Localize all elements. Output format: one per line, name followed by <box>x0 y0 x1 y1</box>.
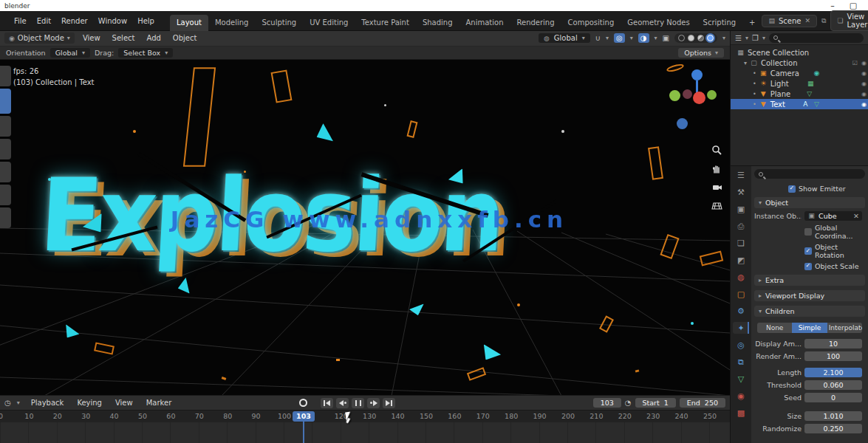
workspace-tab[interactable]: Texture Paint <box>355 15 416 31</box>
tab-physics[interactable]: ◎ <box>733 339 749 351</box>
workspace-tab[interactable]: Scripting <box>697 15 742 31</box>
current-frame-field[interactable]: 103 <box>593 398 621 408</box>
mode-dropdown[interactable]: ◉Object Mode▾ <box>4 32 75 44</box>
tool-orientation-dropdown[interactable]: Global▾ <box>50 48 90 58</box>
outliner-row-text-selected[interactable]: • ▼ Text A ▽ ◉ <box>731 99 868 109</box>
render-visibility-icon[interactable]: ◉ <box>861 80 867 87</box>
tool-button[interactable] <box>0 139 11 159</box>
scene-selector[interactable]: ▤Scene✕ <box>762 15 817 27</box>
perspective-toggle-icon[interactable] <box>711 200 722 211</box>
next-keyframe-button[interactable] <box>367 398 380 408</box>
gizmos-toggle-icon[interactable]: ◎ <box>614 33 625 43</box>
extra-panel-header[interactable]: ▸Extra <box>754 275 865 286</box>
navigation-gizmo[interactable] <box>665 63 724 141</box>
select-box-tool-button[interactable] <box>0 89 11 114</box>
children-simple-button[interactable]: Simple <box>792 323 827 333</box>
chevron-down-icon[interactable]: ▾ <box>630 35 633 41</box>
threshold-field[interactable]: 0.060 <box>804 380 862 390</box>
frame-start-field[interactable]: Start1 <box>635 398 676 408</box>
overlays-toggle-icon[interactable]: ◑ <box>638 33 649 43</box>
outliner-row-light[interactable]: • ☀ Light ▦ ◉ <box>731 78 868 89</box>
workspace-tab[interactable]: Sculpting <box>255 15 303 31</box>
randomize-field[interactable]: 0.250 <box>804 424 862 433</box>
chevron-down-icon[interactable]: ▾ <box>655 35 657 41</box>
tab-object[interactable]: ▢ <box>733 288 749 300</box>
axis-y-neg-handle[interactable] <box>707 90 717 100</box>
orientation-dropdown[interactable]: ◍Global▾ <box>539 33 590 43</box>
workspace-tab[interactable]: Rendering <box>510 15 561 31</box>
axis-x-handle[interactable] <box>693 92 705 104</box>
properties-editor-icon[interactable]: ☰ <box>733 169 749 181</box>
material-shading-icon[interactable] <box>697 35 704 41</box>
xray-toggle-icon[interactable]: ▣ <box>663 34 669 42</box>
tab-object-data[interactable]: ▽ <box>733 373 749 385</box>
solid-shading-icon[interactable] <box>688 35 694 41</box>
length-field[interactable]: 2.100 <box>804 368 862 377</box>
display-mode-icon[interactable]: ❒ <box>752 34 759 42</box>
options-button[interactable]: Options▾ <box>678 48 724 58</box>
size-field[interactable]: 1.010 <box>804 411 862 421</box>
properties-search-input[interactable] <box>754 169 865 179</box>
viewport-menu-item[interactable]: View <box>78 32 106 44</box>
minimize-button[interactable]: – <box>822 1 843 10</box>
chevron-down-icon[interactable]: ▾ <box>17 399 20 406</box>
outliner-row-plane[interactable]: • ▼ Plane ▽ ◉ <box>731 89 868 99</box>
chevron-down-icon[interactable]: ▾ <box>722 35 725 41</box>
object-rotation-checkbox[interactable] <box>804 247 812 255</box>
wireframe-shading-icon[interactable] <box>678 35 685 41</box>
axis-x-neg-handle[interactable] <box>683 89 692 99</box>
snap-magnet-icon[interactable]: ∪ <box>595 34 601 42</box>
outliner-editor-icon[interactable]: ☰ <box>735 34 742 42</box>
timeline-channels[interactable] <box>0 422 730 443</box>
new-scene-icon[interactable]: ⧉ <box>821 17 826 25</box>
workspace-tab[interactable]: Layout <box>170 15 208 31</box>
outliner-row-scene-collection[interactable]: ▦ Scene Collection <box>731 47 868 58</box>
workspace-tab[interactable]: Modeling <box>208 15 256 31</box>
workspace-tab[interactable]: UV Editing <box>303 15 355 31</box>
children-none-button[interactable]: None <box>757 323 792 333</box>
timeline-menu-item[interactable]: Keying <box>72 396 107 409</box>
timeline-menu-item[interactable]: Playback <box>26 396 69 409</box>
camera-view-icon[interactable] <box>711 182 722 193</box>
collection-checkbox-icon[interactable]: ☑ <box>852 60 858 66</box>
jump-to-start-button[interactable] <box>321 398 333 408</box>
menu-item[interactable]: Help <box>132 15 160 27</box>
tab-texture[interactable]: ▩ <box>733 407 749 419</box>
timeline-menu-item[interactable]: Marker <box>141 396 177 409</box>
tab-render[interactable]: ▣ <box>733 203 749 215</box>
jump-to-end-button[interactable] <box>383 398 395 408</box>
workspace-tab[interactable]: + <box>742 15 762 31</box>
chevron-down-icon[interactable]: ▾ <box>745 35 748 41</box>
close-icon[interactable]: ✕ <box>804 17 810 24</box>
outliner-row-camera[interactable]: • ▣ Camera ◉ ◉ <box>731 68 868 78</box>
children-panel-header[interactable]: ▾Children <box>754 306 865 317</box>
tool-button[interactable] <box>0 207 11 228</box>
tool-button[interactable] <box>0 162 11 182</box>
drag-mode-dropdown[interactable]: Select Box▾ <box>118 48 173 58</box>
timeline-menu-item[interactable]: View <box>110 396 138 409</box>
outliner-search-input[interactable] <box>769 33 864 43</box>
viewport-menu-item[interactable]: Select <box>107 32 140 44</box>
tab-particles-active[interactable]: ✦ <box>733 322 749 334</box>
instance-object-field[interactable]: ▣Cube✕ <box>804 211 862 221</box>
disclosure-triangle-icon[interactable]: ▾ <box>744 60 747 66</box>
view-layer-selector[interactable]: ❏View Layer✕ <box>830 10 868 31</box>
global-coordinates-checkbox[interactable] <box>804 228 812 236</box>
render-visibility-icon[interactable]: ◉ <box>861 91 867 97</box>
timeline-ruler[interactable]: 103 010203040506070809010012013014015016… <box>0 410 730 422</box>
pause-button[interactable] <box>352 398 364 408</box>
show-emitter-checkbox[interactable] <box>788 185 796 193</box>
playhead[interactable]: 103 <box>293 411 315 422</box>
seed-field[interactable]: 0 <box>804 393 862 402</box>
pan-hand-icon[interactable] <box>711 163 722 174</box>
tool-button[interactable] <box>0 66 11 86</box>
viewport-menu-item[interactable]: Add <box>141 32 165 44</box>
workspace-tab[interactable]: Compositing <box>561 15 621 31</box>
axis-z-handle[interactable] <box>691 69 703 80</box>
workspace-tab[interactable]: Shading <box>416 15 459 31</box>
children-interpolated-button[interactable]: Interpolated <box>827 323 862 333</box>
tab-scene[interactable]: ◩ <box>733 254 749 266</box>
tab-tool[interactable]: ⚒ <box>733 186 749 198</box>
tab-constraints[interactable]: ⧉ <box>733 356 749 368</box>
tool-button[interactable] <box>0 185 11 205</box>
